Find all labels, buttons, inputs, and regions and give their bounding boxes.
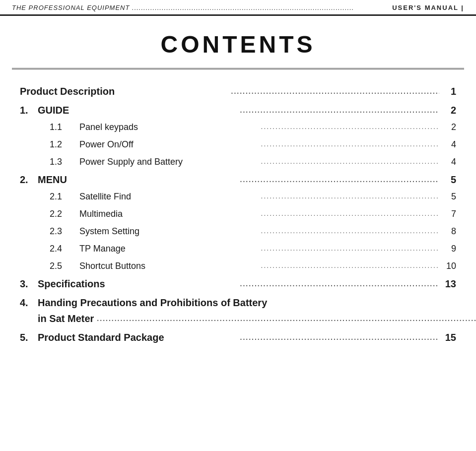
toc-entry-panel-keypads: 1.1 Panel keypads 2 <box>20 120 456 134</box>
toc-dots <box>97 310 476 325</box>
toc-dots <box>240 171 440 187</box>
toc-entry-product-description: Product Description 1 <box>20 83 456 99</box>
toc-page: 5 <box>442 190 456 204</box>
toc-dots <box>261 206 440 220</box>
toc-dots <box>261 136 440 151</box>
toc-label: MENU <box>38 172 237 188</box>
toc-dots <box>240 328 440 344</box>
toc-entry-tp-manage: 2.4 TP Manage 9 <box>20 242 456 256</box>
toc-num: 3. <box>20 276 38 292</box>
toc-dots <box>240 275 440 291</box>
toc-page: 2 <box>442 102 456 118</box>
toc-label: Product Standard Package <box>38 329 237 345</box>
toc-page: 4 <box>442 155 456 169</box>
toc-entry-shortcut-buttons: 2.5 Shortcut Buttons 10 <box>20 259 456 273</box>
toc-label: Shortcut Buttons <box>79 259 258 273</box>
toc-dots <box>261 241 440 255</box>
toc-num: 5. <box>20 329 38 345</box>
toc-page: 1 <box>442 83 456 99</box>
toc-page: 7 <box>442 207 456 221</box>
page: THE PROFESSIONAL EQUIPMENT .............… <box>0 0 476 451</box>
toc-num: 2.4 <box>50 242 79 256</box>
toc-num: 4. <box>20 295 38 311</box>
toc-dots <box>231 82 440 98</box>
toc-label: TP Manage <box>79 242 258 256</box>
toc-label: Power Supply and Battery <box>79 155 258 169</box>
toc-entry-system-setting: 2.3 System Setting 8 <box>20 224 456 239</box>
toc-label-line1: Handing Precautions and Prohibitions of … <box>38 297 267 308</box>
toc-num: 1.1 <box>50 120 79 134</box>
toc-label: Panel keypads <box>79 120 258 134</box>
toc-entry-power-on-off: 1.2 Power On/Off 4 <box>20 137 456 152</box>
toc-num: 2.1 <box>50 190 79 204</box>
toc-label: Product Description <box>20 83 228 99</box>
table-of-contents: Product Description 1 1. GUIDE 2 1.1 Pan… <box>0 69 476 359</box>
toc-entry-handing-precautions: 4. Handing Precautions and Prohibitions … <box>20 295 456 326</box>
toc-page: 10 <box>442 259 456 273</box>
header-right-text: USER'S MANUAL | <box>392 4 464 11</box>
toc-entry-satellite-find: 2.1 Satellite Find 5 <box>20 190 456 204</box>
toc-num: 1.3 <box>50 155 79 169</box>
toc-num: 2.2 <box>50 207 79 221</box>
toc-entry-multimedia: 2.2 Multimedia 7 <box>20 207 456 221</box>
toc-page: 4 <box>442 137 456 152</box>
toc-page: 15 <box>442 329 456 345</box>
toc-label: Satellite Find <box>79 190 258 204</box>
toc-entry-menu: 2. MENU 5 <box>20 172 456 188</box>
toc-num: 2.5 <box>50 259 79 273</box>
toc-label: Multimedia <box>79 207 258 221</box>
toc-dots <box>261 154 440 168</box>
header-left-text: THE PROFESSIONAL EQUIPMENT .............… <box>12 4 354 11</box>
toc-entry-product-standard: 5. Product Standard Package 15 <box>20 329 456 345</box>
toc-label: GUIDE <box>38 102 237 118</box>
toc-dots <box>261 119 440 133</box>
toc-dots <box>261 258 440 272</box>
toc-num: 2. <box>20 172 38 188</box>
toc-entry-specifications: 3. Specifications 13 <box>20 276 456 292</box>
toc-dots <box>240 101 440 117</box>
toc-label-line2: in Sat Meter 14 <box>38 311 476 326</box>
toc-num: 2.3 <box>50 224 79 239</box>
toc-label: Power On/Off <box>79 137 258 152</box>
toc-page: 9 <box>442 242 456 256</box>
toc-page: 2 <box>442 120 456 134</box>
toc-page: 13 <box>442 276 456 292</box>
header: THE PROFESSIONAL EQUIPMENT .............… <box>0 0 476 16</box>
toc-num: 1. <box>20 102 38 118</box>
toc-label: System Setting <box>79 224 258 239</box>
toc-label: Handing Precautions and Prohibitions of … <box>38 295 476 326</box>
title-section: CONTENTS <box>12 16 464 69</box>
contents-title: CONTENTS <box>24 31 452 58</box>
toc-page: 5 <box>442 172 456 188</box>
toc-dots <box>261 223 440 238</box>
toc-entry-guide: 1. GUIDE 2 <box>20 102 456 118</box>
toc-num: 1.2 <box>50 137 79 152</box>
toc-entry-power-supply: 1.3 Power Supply and Battery 4 <box>20 155 456 169</box>
toc-page: 8 <box>442 224 456 239</box>
toc-dots <box>261 189 440 203</box>
toc-label: Specifications <box>38 276 237 292</box>
